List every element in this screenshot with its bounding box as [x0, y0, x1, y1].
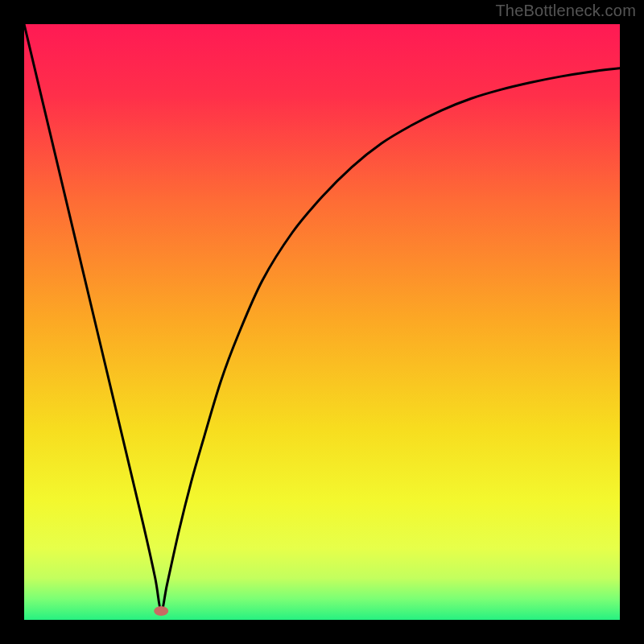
chart-svg [24, 24, 620, 620]
gradient-background [24, 24, 620, 620]
chart-frame: TheBottleneck.com [0, 0, 644, 644]
watermark-text: TheBottleneck.com [495, 2, 636, 20]
minimum-marker [154, 606, 168, 616]
bottleneck-chart [24, 24, 620, 620]
